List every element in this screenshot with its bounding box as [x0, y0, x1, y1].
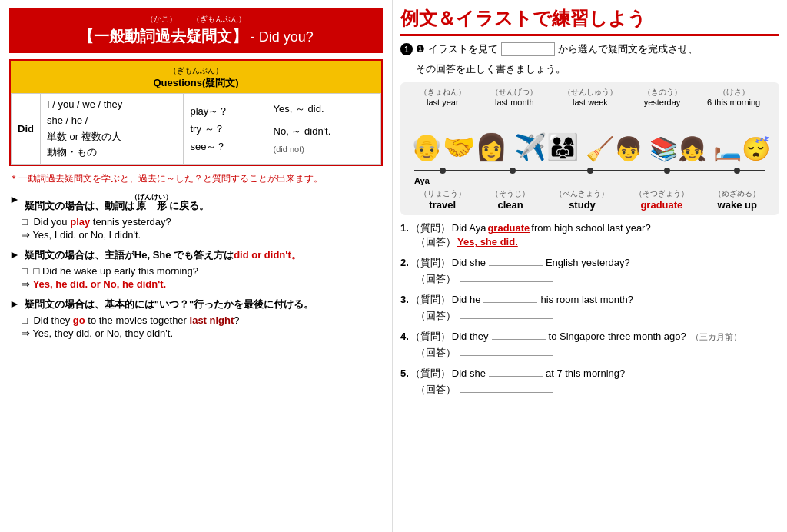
q5-did: Did she: [452, 367, 486, 379]
example3-q: □ Did they go to the movies together las…: [22, 314, 383, 326]
checkbox-1: □: [22, 216, 28, 228]
title-sub: - Did you?: [251, 29, 314, 45]
title-main-line: 【一般動詞過去疑問文】 - Did you?: [18, 26, 374, 47]
dot-5: [734, 168, 740, 174]
q4-ans-blank[interactable]: [460, 344, 553, 356]
q1-num: 1.: [400, 222, 409, 234]
title-ruby-gimon: （ぎもんぶん）: [192, 14, 246, 25]
yes-answer: Yes, ～ did.: [274, 100, 374, 118]
q5-line: 5. （質問） Did she at 7 this morning?: [400, 364, 779, 381]
q5-ans-label: （回答）: [416, 383, 456, 397]
arrow-icon-3: ►: [9, 298, 20, 310]
circle-1: 1: [400, 43, 413, 55]
q5-blank[interactable]: [489, 364, 543, 377]
q4-ans-line: （回答）: [416, 344, 779, 360]
q3-line: 3. （質問） Did he his room last month?: [400, 291, 779, 307]
section1-text: 疑問文の場合は、動詞は原形（げんけい）に戻る。: [25, 193, 216, 213]
figure-wakeup: 🛏️😴: [713, 135, 770, 162]
activity-wakeup: （めざめる） wake up: [714, 188, 760, 211]
example2-ans: ⇒ Yes, he did. or No, he didn't.: [22, 278, 383, 290]
q3-label: （質問）: [410, 293, 450, 307]
figure-clean: 🧹👦: [586, 135, 643, 162]
figure-graduate: 👴🤝👩: [410, 131, 507, 162]
title-ruby-kako: （かこ）: [146, 14, 177, 25]
q1-verb: graduate: [487, 222, 530, 234]
did-cell: Did: [12, 94, 41, 165]
q5-rest: at 7 this morning?: [546, 367, 625, 379]
genke-ruby: 原形（げんけい）: [134, 200, 169, 211]
activity-clean: （そうじ） clean: [491, 188, 530, 211]
q1-line: 1. （質問） Did Aya graduate from high schoo…: [400, 221, 779, 235]
figure-clean-icon: 🧹👦: [586, 135, 643, 162]
verb1: play～？: [190, 105, 228, 117]
example3-ans: ⇒ Yes, they did. or No, they didn't.: [22, 328, 383, 339]
title-box: （かこ） （ぎもんぶん） 【一般動詞過去疑問文】 - Did you?: [9, 8, 383, 53]
q2-ans-label: （回答）: [416, 272, 456, 286]
section-2: ► 疑問文の場合は、主語がHe, She でも答え方はdid or didn't…: [9, 248, 383, 290]
q3-ans-blank[interactable]: [460, 307, 553, 319]
section1-header: ► 疑問文の場合は、動詞は原形（げんけい）に戻る。: [9, 193, 383, 213]
q5-num: 5.: [400, 367, 409, 379]
timeline-outer: （きょねん） last year （せんげつ） last month （せんしゅ…: [400, 82, 779, 215]
q4-rest: to Singapore three month ago?: [549, 331, 686, 342]
aya-label: Aya: [414, 176, 773, 185]
q1-ans-label: （回答）: [416, 235, 456, 249]
q4-did: Did they: [452, 331, 489, 342]
did-or-didnt: did or didn't。: [234, 249, 301, 261]
dot-3: [587, 168, 593, 174]
q3-did: Did he: [452, 294, 481, 305]
q2-label: （質問）: [410, 256, 450, 270]
grammar-table-header: （ぎもんぶん） Questions(疑問文): [11, 61, 381, 93]
figure-study-icon: 📚👧: [649, 135, 706, 162]
question-1: 1. （質問） Did Aya graduate from high schoo…: [400, 221, 779, 249]
arrow-icon-2: ►: [9, 248, 20, 261]
q2-did: Did she: [452, 257, 486, 268]
subject-line1: I / you / we / they: [47, 98, 122, 110]
instruction-box: 1 ❶ イラストを見て から選んで疑問文を完成させ、: [400, 42, 779, 56]
right-title: 例文＆イラストで練習しよう: [400, 6, 779, 36]
example1-ans: ⇒ Yes, I did. or No, I didn't.: [22, 229, 383, 241]
figure-travel: ✈️👨‍👩‍👧: [514, 131, 579, 162]
section2-header: ► 疑問文の場合は、主語がHe, She でも答え方はdid or didn't…: [9, 248, 383, 262]
table-header-ruby: （ぎもんぶん）: [169, 66, 223, 75]
subject-line2: she / he /: [47, 115, 88, 126]
dot-2: [510, 168, 516, 174]
q5-label: （質問）: [410, 367, 450, 381]
q5-ans-blank[interactable]: [460, 381, 553, 393]
red-note: ＊一動詞過去疑問文を学ぶと、過去に～した？と質問することが出来ます。: [9, 172, 383, 185]
q3-num: 3.: [400, 294, 409, 305]
q2-ans-blank[interactable]: [460, 270, 553, 282]
right-panel: 例文＆イラストで練習しよう 1 ❶ イラストを見て から選んで疑問文を完成させ、…: [392, 0, 787, 532]
arrow-icon-1: ►: [9, 193, 20, 205]
timeline-bar: [414, 165, 765, 176]
q2-blank[interactable]: [489, 254, 543, 266]
verb2: try ～？: [190, 123, 224, 135]
subject-line3: 単数 or 複数の人: [47, 131, 121, 142]
figure-wakeup-icon: 🛏️😴: [713, 135, 770, 162]
instruction-text1: ❶ イラストを見て: [416, 42, 498, 56]
example1-q: □ Did you play tennis yesterday?: [22, 216, 383, 228]
table-row-1: Did I / you / we / they she / he / 単数 or…: [12, 94, 381, 165]
section-1: ► 疑問文の場合は、動詞は原形（げんけい）に戻る。 □ Did you play…: [9, 193, 383, 241]
subject-cell-1: I / you / we / they she / he / 単数 or 複数の…: [41, 94, 184, 165]
verb-cell: play～？ try ～？ see～？: [184, 94, 267, 165]
title-ruby: （かこ） （ぎもんぶん）: [18, 14, 374, 25]
q4-blank[interactable]: [492, 328, 546, 340]
q1-label: （質問）: [410, 221, 450, 235]
tl-label-1: （きょねん） last year: [420, 87, 466, 107]
q3-blank[interactable]: [483, 291, 537, 303]
q4-label: （質問）: [410, 330, 450, 344]
figure-travel-icon: ✈️👨‍👩‍👧: [514, 131, 579, 162]
no-answer: No, ～ didn't. (did not): [274, 122, 374, 158]
tl-label-4: （きのう） yesterday: [643, 87, 682, 107]
tl-label-3: （せんしゅう） last week: [563, 87, 617, 107]
verb3: see～？: [190, 141, 226, 152]
section-3: ► 疑問文の場合は、基本的には"いつ？"行ったかを最後に付ける。 □ Did t…: [9, 298, 383, 339]
question-3: 3. （質問） Did he his room last month? （回答）: [400, 291, 779, 323]
instruction-text2: から選んで疑問文を完成させ、: [558, 42, 698, 56]
q1-ans-line: （回答） Yes, she did.: [416, 235, 779, 249]
question-5: 5. （質問） Did she at 7 this morning? （回答）: [400, 364, 779, 397]
play-word: play: [70, 216, 90, 228]
activity-travel: （りょこう） travel: [420, 188, 466, 211]
question-2: 2. （質問） Did she English yesterday? （回答）: [400, 254, 779, 286]
